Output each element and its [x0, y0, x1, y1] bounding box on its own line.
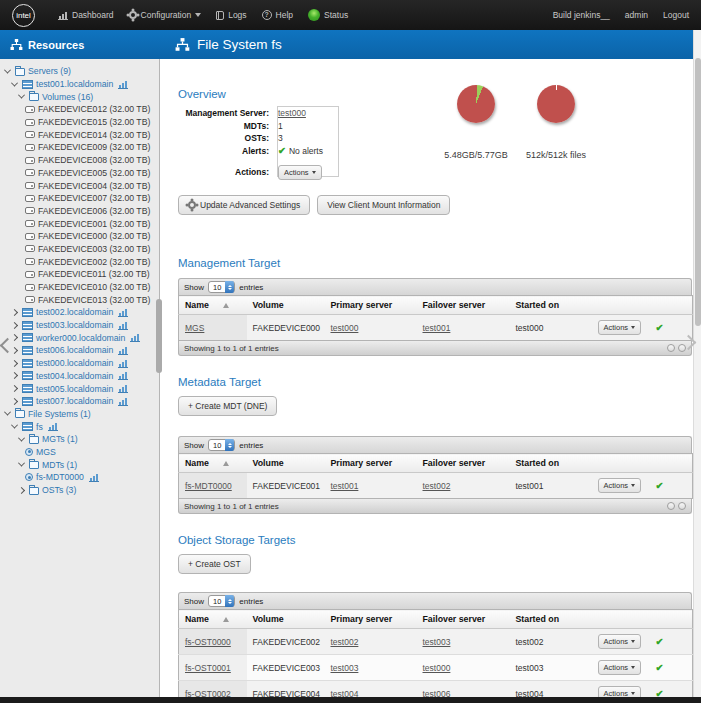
tree-item[interactable]: FAKEDEVICE010 (32.00 TB): [0, 281, 159, 294]
view-client-mount-button[interactable]: View Client Mount Information: [317, 195, 450, 215]
chevron-right-icon[interactable]: [11, 309, 18, 316]
row-actions-button[interactable]: Actions: [598, 660, 642, 675]
nav-status[interactable]: Status: [308, 9, 348, 21]
column-header[interactable]: Name: [179, 454, 247, 473]
failover-server-link[interactable]: test006: [423, 689, 451, 698]
chevron-down-icon[interactable]: [4, 409, 11, 416]
chevron-right-icon[interactable]: [11, 398, 18, 405]
tree-item[interactable]: test002.localdomain: [0, 306, 159, 319]
primary-server-link[interactable]: test000: [331, 323, 359, 333]
tree-item[interactable]: MDTs (1): [0, 458, 159, 471]
tree-item[interactable]: FAKEDEVICE015 (32.00 TB): [0, 116, 159, 129]
chart-icon[interactable]: [118, 308, 128, 317]
chevron-right-icon[interactable]: [11, 334, 18, 341]
tree-item[interactable]: test001.localdomain: [0, 78, 159, 91]
column-header[interactable]: Failover server: [417, 454, 510, 473]
primary-server-link[interactable]: test001: [331, 481, 359, 491]
column-header[interactable]: Failover server: [417, 610, 510, 629]
tree-item[interactable]: FAKEDEVICE004 (32.00 TB): [0, 179, 159, 192]
column-header[interactable]: Volume: [247, 610, 325, 629]
nav-logout[interactable]: Logout: [663, 10, 689, 20]
chevron-down-icon[interactable]: [11, 422, 18, 429]
tree-item[interactable]: test000.localdomain: [0, 357, 159, 370]
chevron-right-icon[interactable]: [18, 486, 25, 493]
primary-server-link[interactable]: test003: [331, 663, 359, 673]
tree-item[interactable]: FAKEDEVICE000 (32.00 TB): [0, 230, 159, 243]
row-actions-button[interactable]: Actions: [598, 686, 642, 697]
tree-item[interactable]: test007.localdomain: [0, 395, 159, 408]
previous-page-button[interactable]: [667, 344, 675, 352]
chart-icon[interactable]: [118, 321, 128, 330]
tree-item[interactable]: test005.localdomain: [0, 382, 159, 395]
tree-item[interactable]: FAKEDEVICE007 (32.00 TB): [0, 192, 159, 205]
target-name-link[interactable]: MGS: [185, 323, 204, 333]
page-size-select[interactable]: 10: [208, 595, 235, 607]
chart-icon[interactable]: [118, 359, 128, 368]
column-header[interactable]: Started on: [510, 610, 592, 629]
tree-item[interactable]: FAKEDEVICE002 (32.00 TB): [0, 255, 159, 268]
failover-server-link[interactable]: test002: [423, 481, 451, 491]
chevron-right-icon[interactable]: [11, 385, 18, 392]
nav-admin[interactable]: admin: [625, 10, 648, 20]
tree-item[interactable]: FAKEDEVICE011 (32.00 TB): [0, 268, 159, 281]
tree-item[interactable]: Servers (9): [0, 65, 159, 78]
tree-item[interactable]: FAKEDEVICE001 (32.00 TB): [0, 217, 159, 230]
nav-dashboard[interactable]: Dashboard: [58, 10, 114, 20]
chart-icon[interactable]: [89, 473, 99, 482]
column-header[interactable]: Primary server: [325, 610, 417, 629]
previous-page-button[interactable]: [667, 502, 675, 510]
chevron-right-icon[interactable]: [11, 322, 18, 329]
column-header[interactable]: Name: [179, 296, 247, 315]
tree-item[interactable]: FAKEDEVICE005 (32.00 TB): [0, 167, 159, 180]
management-server-link[interactable]: test000: [278, 108, 306, 118]
primary-server-link[interactable]: test002: [331, 637, 359, 647]
tree-item[interactable]: FAKEDEVICE012 (32.00 TB): [0, 103, 159, 116]
chevron-down-icon[interactable]: [11, 79, 18, 86]
target-name-link[interactable]: fs-MDT0000: [185, 481, 232, 491]
chevron-right-icon[interactable]: [11, 360, 18, 367]
page-scrollbar-thumb[interactable]: [695, 58, 701, 326]
page-size-select[interactable]: 10: [208, 281, 235, 293]
sidebar-scrollbar-thumb[interactable]: [156, 299, 162, 373]
column-header[interactable]: Name: [179, 610, 247, 629]
column-header[interactable]: Started on: [510, 454, 592, 473]
row-actions-button[interactable]: Actions: [598, 478, 642, 493]
page-scrollbar[interactable]: [693, 30, 701, 697]
target-name-link[interactable]: fs-OST0000: [185, 637, 231, 647]
column-header[interactable]: Volume: [247, 296, 325, 315]
chevron-down-icon[interactable]: [18, 460, 25, 467]
next-page-button[interactable]: [678, 502, 686, 510]
nav-help[interactable]: ?Help: [262, 10, 293, 20]
tree-item[interactable]: test003.localdomain: [0, 319, 159, 332]
failover-server-link[interactable]: test000: [423, 663, 451, 673]
page-size-select[interactable]: 10: [208, 439, 235, 451]
target-name-link[interactable]: fs-OST0002: [185, 689, 231, 698]
chevron-right-icon[interactable]: [11, 372, 18, 379]
create-ost-button[interactable]: + Create OST: [178, 554, 251, 574]
tree-item[interactable]: FAKEDEVICE014 (32.00 TB): [0, 128, 159, 141]
tree-item[interactable]: MGS: [0, 446, 159, 459]
tree-item[interactable]: File Systems (1): [0, 408, 159, 421]
tree-item[interactable]: test006.localdomain: [0, 344, 159, 357]
chart-icon[interactable]: [118, 80, 128, 89]
row-actions-button[interactable]: Actions: [598, 634, 642, 649]
tree-item[interactable]: worker000.localdomain: [0, 331, 159, 344]
target-name-link[interactable]: fs-OST0001: [185, 663, 231, 673]
tree-item[interactable]: test004.localdomain: [0, 370, 159, 383]
column-header[interactable]: Primary server: [325, 454, 417, 473]
overview-actions-button[interactable]: Actions: [278, 165, 322, 180]
nav-logs[interactable]: Logs: [216, 10, 246, 20]
chart-icon[interactable]: [118, 397, 128, 406]
tree-item[interactable]: FAKEDEVICE009 (32.00 TB): [0, 141, 159, 154]
column-header[interactable]: Volume: [247, 454, 325, 473]
tree-item[interactable]: MGTs (1): [0, 433, 159, 446]
primary-server-link[interactable]: test004: [331, 689, 359, 698]
chart-icon[interactable]: [48, 422, 58, 431]
tree-item[interactable]: FAKEDEVICE008 (32.00 TB): [0, 154, 159, 167]
tree-item[interactable]: FAKEDEVICE006 (32.00 TB): [0, 205, 159, 218]
tree-item[interactable]: FAKEDEVICE003 (32.00 TB): [0, 243, 159, 256]
create-mdt-button[interactable]: + Create MDT (DNE): [178, 396, 277, 416]
chevron-down-icon[interactable]: [4, 66, 11, 73]
update-advanced-settings-button[interactable]: Update Advanced Settings: [178, 195, 310, 215]
tree-item[interactable]: fs-MDT0000: [0, 471, 159, 484]
